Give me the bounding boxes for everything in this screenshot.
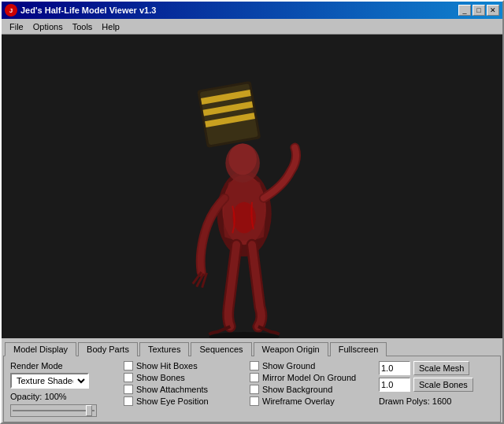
wireframe-overlay-label: Wireframe Overlay: [262, 396, 335, 406]
tab-textures[interactable]: Textures: [139, 342, 190, 356]
wireframe-overlay-checkbox[interactable]: [250, 396, 259, 406]
window-title: Jed's Half-Life Model Viewer v1.3: [20, 6, 458, 15]
svg-point-6: [228, 144, 257, 175]
show-eye-position-label: Show Eye Position: [136, 396, 209, 406]
scale-bones-button[interactable]: Scale Bones: [413, 378, 473, 392]
opacity-slider[interactable]: [10, 404, 97, 417]
maximize-button[interactable]: □: [472, 5, 485, 16]
menu-tools[interactable]: Tools: [68, 20, 98, 33]
window-icon: J: [5, 4, 17, 17]
tab-weapon-origin[interactable]: Weapon Origin: [254, 342, 328, 356]
slider-track: [13, 410, 94, 411]
model-display: [2, 35, 502, 338]
show-background-checkbox[interactable]: [250, 385, 259, 394]
checkboxes-left-column: Show Hit Boxes Show Bones Show Attachmen…: [120, 361, 246, 408]
scale-mesh-input[interactable]: [379, 361, 410, 375]
show-attachments-label: Show Attachments: [136, 385, 208, 394]
render-mode-column: Render Mode Texture Shaded Opacity: 100%: [10, 361, 120, 417]
opacity-slider-container: [10, 404, 120, 417]
model-viewport[interactable]: [2, 35, 502, 338]
minimize-button[interactable]: _: [458, 5, 471, 16]
slider-thumb[interactable]: [86, 405, 92, 416]
menu-bar: File Options Tools Help: [2, 19, 502, 35]
tab-content-model-display: Render Mode Texture Shaded Opacity: 100%: [3, 356, 501, 422]
checkboxes-right-column: Show Ground Mirror Model On Ground Show …: [246, 361, 372, 408]
show-ground-checkbox[interactable]: [250, 361, 259, 371]
checkbox-row-mirror: Mirror Model On Ground: [250, 373, 372, 382]
main-window: J Jed's Half-Life Model Viewer v1.3 _ □ …: [0, 0, 504, 424]
mirror-model-label: Mirror Model On Ground: [262, 373, 356, 382]
show-ground-label: Show Ground: [262, 361, 315, 371]
show-bones-label: Show Bones: [136, 373, 185, 382]
render-mode-dropdown-wrapper: Texture Shaded: [10, 373, 120, 389]
show-eye-position-checkbox[interactable]: [124, 396, 133, 406]
menu-help[interactable]: Help: [97, 20, 124, 33]
checkbox-row-background: Show Background: [250, 385, 372, 394]
bottom-panel: Model Display Body Parts Textures Sequen…: [2, 338, 502, 422]
scale-mesh-button[interactable]: Scale Mesh: [413, 361, 469, 375]
controls-row: Render Mode Texture Shaded Opacity: 100%: [10, 361, 494, 417]
scale-mesh-row: Scale Mesh: [379, 361, 494, 375]
checkbox-row-ground: Show Ground: [250, 361, 372, 371]
mirror-model-checkbox[interactable]: [250, 373, 259, 382]
checkbox-row-bones: Show Bones: [124, 373, 246, 382]
scale-bones-input[interactable]: [379, 378, 410, 392]
checkbox-row-eye-position: Show Eye Position: [124, 396, 246, 406]
opacity-label: Opacity: 100%: [10, 392, 120, 401]
tab-sequences[interactable]: Sequences: [191, 342, 251, 356]
show-hit-boxes-checkbox[interactable]: [124, 361, 133, 371]
render-mode-dropdown[interactable]: Texture Shaded: [10, 373, 89, 389]
show-hit-boxes-label: Show Hit Boxes: [136, 361, 198, 371]
title-bar: J Jed's Half-Life Model Viewer v1.3 _ □ …: [2, 2, 502, 19]
scale-controls-column: Scale Mesh Scale Bones Drawn Polys: 1600: [372, 361, 494, 406]
tab-body-parts[interactable]: Body Parts: [78, 342, 138, 356]
render-mode-label: Render Mode: [10, 361, 120, 371]
tab-fullscreen[interactable]: Fullscreen: [330, 342, 387, 356]
drawn-polys-display: Drawn Polys: 1600: [379, 396, 494, 406]
close-button[interactable]: ✕: [487, 5, 499, 16]
show-attachments-checkbox[interactable]: [124, 385, 133, 394]
tab-bar: Model Display Body Parts Textures Sequen…: [2, 338, 502, 356]
tab-model-display[interactable]: Model Display: [5, 342, 76, 356]
checkbox-row-wireframe: Wireframe Overlay: [250, 396, 372, 406]
menu-options[interactable]: Options: [28, 20, 68, 33]
svg-text:J: J: [9, 7, 13, 14]
checkbox-row-attachments: Show Attachments: [124, 385, 246, 394]
menu-file[interactable]: File: [5, 20, 28, 33]
scale-bones-row: Scale Bones: [379, 378, 494, 392]
show-bones-checkbox[interactable]: [124, 373, 133, 382]
show-background-label: Show Background: [262, 385, 332, 394]
window-controls: _ □ ✕: [458, 5, 499, 16]
checkbox-row-hit-boxes: Show Hit Boxes: [124, 361, 246, 371]
